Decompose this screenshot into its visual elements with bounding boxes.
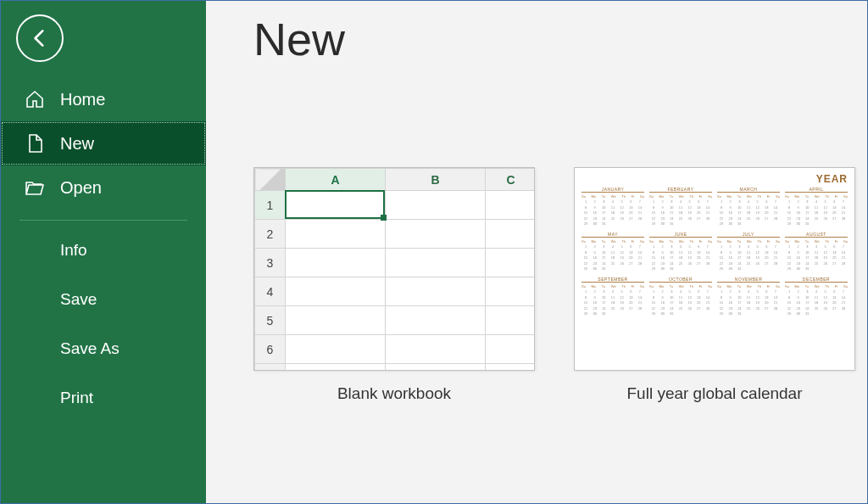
file-new-icon	[25, 133, 45, 154]
sidebar-item-open[interactable]: Open	[1, 165, 206, 210]
sidebar-item-save-as[interactable]: Save As	[1, 324, 206, 373]
sidebar-item-label: New	[60, 134, 94, 154]
sidebar-item-home[interactable]: Home	[1, 77, 206, 121]
template-preview: A B C 1 2 3 4 5 6 7	[253, 167, 535, 371]
arrow-left-icon	[29, 27, 51, 49]
template-full-year-calendar[interactable]: YEAR JANUARYSuMoTuWeThFrSa12345678910111…	[574, 167, 855, 403]
spreadsheet-grid-icon: A B C 1 2 3 4 5 6 7	[254, 168, 535, 371]
backstage-sidebar: Home New Open Info Save Save As Print	[1, 1, 206, 503]
sidebar-item-save[interactable]: Save	[1, 275, 206, 324]
sidebar-item-label: Info	[60, 241, 87, 260]
sidebar-item-label: Save	[60, 290, 97, 309]
calendar-year-label: YEAR	[581, 173, 848, 185]
template-blank-workbook[interactable]: A B C 1 2 3 4 5 6 7 Blank workbook	[253, 167, 535, 403]
template-label: Full year global calendar	[574, 384, 855, 403]
template-preview: YEAR JANUARYSuMoTuWeThFrSa12345678910111…	[574, 167, 855, 371]
sidebar-item-label: Open	[60, 178, 102, 198]
sidebar-item-print[interactable]: Print	[1, 373, 206, 423]
home-icon	[25, 89, 45, 109]
main-content: New A B C 1 2 3 4 5 6 7	[206, 1, 867, 503]
page-title: New	[253, 13, 867, 65]
sidebar-divider	[19, 220, 187, 221]
sidebar-item-label: Save As	[60, 339, 120, 358]
sidebar-item-label: Home	[60, 90, 105, 109]
calendar-grid-icon: JANUARYSuMoTuWeThFrSa1234567891011121314…	[581, 187, 848, 316]
sidebar-item-label: Print	[60, 389, 93, 407]
template-gallery: A B C 1 2 3 4 5 6 7 Blank workbook YEA	[253, 167, 867, 403]
back-button[interactable]	[16, 14, 64, 62]
folder-open-icon	[25, 177, 45, 198]
template-label: Blank workbook	[253, 384, 535, 403]
sidebar-item-new[interactable]: New	[1, 121, 206, 165]
sidebar-item-info[interactable]: Info	[1, 226, 206, 275]
